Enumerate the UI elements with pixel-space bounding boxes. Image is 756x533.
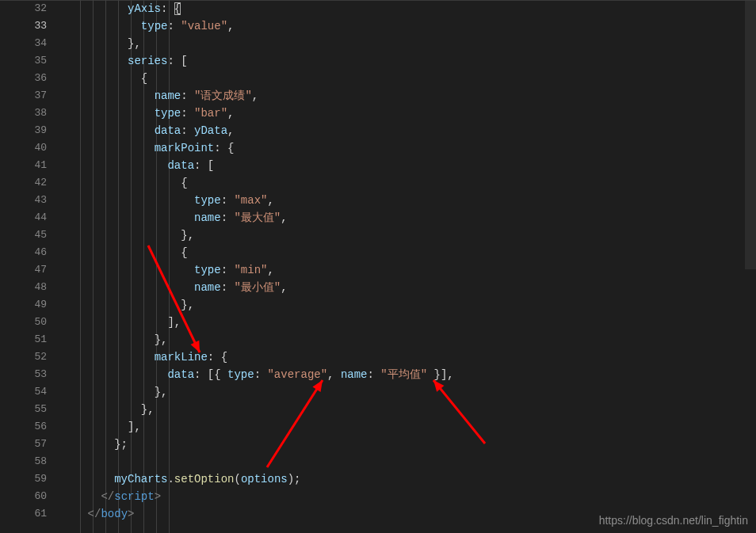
line-number: 44 — [17, 209, 47, 227]
line-number-gutter: 3233343536373839404142434445464748495051… — [17, 0, 61, 533]
scrollbar-thumb[interactable] — [745, 0, 756, 269]
line-number: 60 — [17, 488, 47, 505]
line-number: 48 — [17, 279, 47, 296]
watermark: https://blog.csdn.net/lin_fightin — [599, 514, 748, 527]
line-number: 36 — [17, 70, 47, 87]
line-number: 61 — [17, 505, 47, 523]
code-line[interactable]: }, — [61, 401, 756, 418]
line-number: 40 — [17, 139, 47, 157]
code-line[interactable]: }, — [61, 331, 756, 348]
code-line[interactable]: ], — [61, 314, 756, 331]
code-line[interactable]: { — [61, 70, 756, 87]
code-area[interactable]: yAxis: { type: "value", }, series: [ { n… — [61, 0, 756, 533]
line-number: 45 — [17, 227, 47, 244]
line-number: 33 — [17, 17, 47, 35]
code-editor[interactable]: 3233343536373839404142434445464748495051… — [0, 0, 756, 533]
line-number: 51 — [17, 331, 47, 348]
line-number: 34 — [17, 35, 47, 52]
code-line[interactable] — [61, 453, 756, 470]
code-line[interactable]: yAxis: { — [61, 0, 756, 17]
code-line[interactable]: }, — [61, 35, 756, 52]
line-number: 43 — [17, 192, 47, 209]
code-line[interactable]: name: "最小值", — [61, 279, 756, 296]
code-line[interactable]: type: "value", — [61, 17, 756, 35]
line-number: 35 — [17, 52, 47, 70]
line-number: 50 — [17, 314, 47, 331]
line-number: 54 — [17, 383, 47, 401]
line-number: 52 — [17, 348, 47, 366]
line-number: 46 — [17, 244, 47, 261]
line-number: 59 — [17, 470, 47, 488]
code-line[interactable]: markPoint: { — [61, 139, 756, 157]
line-number: 42 — [17, 174, 47, 192]
code-line[interactable]: data: yData, — [61, 122, 756, 139]
code-line[interactable]: }, — [61, 227, 756, 244]
line-number: 32 — [17, 0, 47, 17]
vertical-scrollbar[interactable] — [745, 0, 756, 533]
code-line[interactable]: markLine: { — [61, 348, 756, 366]
left-gutter — [0, 0, 17, 533]
line-number: 56 — [17, 418, 47, 436]
line-number: 55 — [17, 401, 47, 418]
line-number: 41 — [17, 157, 47, 174]
line-number: 39 — [17, 122, 47, 139]
line-number: 49 — [17, 296, 47, 314]
code-line[interactable]: { — [61, 174, 756, 192]
line-number: 37 — [17, 87, 47, 105]
code-line[interactable]: }, — [61, 296, 756, 314]
code-line[interactable]: type: "max", — [61, 192, 756, 209]
line-number: 53 — [17, 366, 47, 383]
code-line[interactable]: }; — [61, 436, 756, 453]
code-line[interactable]: { — [61, 244, 756, 261]
code-line[interactable]: ], — [61, 418, 756, 436]
code-line[interactable]: data: [ — [61, 157, 756, 174]
line-number: 47 — [17, 261, 47, 279]
code-line[interactable]: type: "min", — [61, 261, 756, 279]
code-line[interactable]: type: "bar", — [61, 105, 756, 122]
line-number: 57 — [17, 436, 47, 453]
code-line[interactable]: }, — [61, 383, 756, 401]
code-line[interactable]: series: [ — [61, 52, 756, 70]
code-line[interactable]: data: [{ type: "average", name: "平均值" }]… — [61, 366, 756, 383]
line-number: 38 — [17, 105, 47, 122]
code-line[interactable]: myCharts.setOption(options); — [61, 470, 756, 488]
code-line[interactable]: name: "语文成绩", — [61, 87, 756, 105]
line-number: 58 — [17, 453, 47, 470]
code-line[interactable]: </script> — [61, 488, 756, 505]
code-line[interactable]: name: "最大值", — [61, 209, 756, 227]
